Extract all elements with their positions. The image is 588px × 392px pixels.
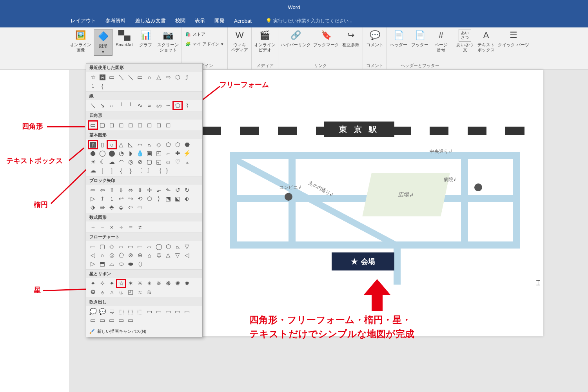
chevron-down-icon: ▾ — [102, 49, 104, 54]
shapes-icon: 🔷 — [97, 30, 109, 43]
tab-acrobat[interactable]: Acrobat — [234, 18, 252, 24]
aisatsu-icon: あいさつ — [459, 29, 471, 42]
pagenum-icon: # — [435, 29, 447, 42]
ribbon-group-media: 🎬オンライン ビデオ メディア — [252, 27, 278, 69]
shapes-button[interactable]: 🔷図形▾ — [94, 29, 113, 56]
chevron-down-icon: ▾ — [221, 42, 223, 47]
smartart-button[interactable]: ▀▄SmartArt — [115, 29, 134, 47]
screenshot-button[interactable]: 📷スクリーン ショット — [157, 29, 179, 53]
wikipedia-button[interactable]: Wウィキ ペディア — [230, 29, 249, 53]
header-button[interactable]: 📄ヘッダー — [389, 29, 408, 47]
quick-parts-button[interactable]: ☰クイック パーツ — [498, 29, 529, 47]
quickparts-icon: ☰ — [507, 29, 520, 42]
bookmark-button[interactable]: 🔖ブックマーク — [313, 29, 339, 47]
pagenum-button[interactable]: #ページ 番号 — [432, 29, 450, 53]
tab-review[interactable]: 校閲 — [175, 17, 185, 24]
my-addins-button[interactable]: 🧩マイ アドイン▾ — [184, 40, 225, 48]
bookmark-icon: 🔖 — [320, 29, 332, 42]
video-icon: 🎬 — [259, 29, 271, 42]
wikipedia-icon: W — [233, 29, 246, 42]
comment-button[interactable]: 💬コメント — [365, 29, 384, 47]
app-title: Word — [288, 4, 300, 10]
group-label-links: リンク — [281, 62, 360, 69]
crossref-button[interactable]: ↪相互参照 — [341, 29, 360, 47]
ribbon-group-wiki: Wウィキ ペディア — [228, 27, 252, 69]
header-icon: 📄 — [392, 29, 405, 42]
chart-icon: 📊 — [139, 29, 152, 42]
aisatsu-button[interactable]: あいさつあいさつ 文 — [456, 29, 474, 53]
ribbon-tabs: レイアウト 参考資料 差し込み文書 校閲 表示 開発 Acrobat 💡実行した… — [0, 14, 588, 27]
footer-button[interactable]: 📄フッター — [410, 29, 429, 47]
ribbon-group-headerfooter: 📄ヘッダー 📄フッター #ページ 番号 ヘッダーとフッター — [387, 27, 453, 69]
tab-layout[interactable]: レイアウト — [71, 17, 96, 24]
addin-icon: 🧩 — [185, 42, 191, 47]
hyperlink-button[interactable]: 🔗ハイパーリンク — [281, 29, 311, 47]
image-icon: 🖼️ — [74, 29, 87, 42]
online-video-button[interactable]: 🎬オンライン ビデオ — [254, 29, 276, 53]
group-label-headerfooter: ヘッダーとフッター — [389, 62, 450, 69]
group-label-media: メディア — [254, 62, 276, 69]
footer-icon: 📄 — [414, 29, 426, 42]
comment-icon: 💬 — [368, 29, 381, 42]
textbox-icon: A — [480, 29, 492, 42]
shapes-dropdown-panel[interactable]: 最近使用した図形 ☆🅰▭＼＼▭○△⇨⬡⤴ ⤵{ 線 ＼↘↔└┘∿≈ᔕ∽⬠⌇ 四角… — [86, 63, 203, 70]
crossref-icon: ↪ — [345, 29, 357, 42]
group-label-comment: コメント — [365, 62, 384, 69]
online-image-button[interactable]: 🖼️オンライン 画像 — [70, 29, 91, 53]
ribbon-group-links: 🔗ハイパーリンク 🔖ブックマーク ↪相互参照 リンク — [278, 27, 363, 69]
smartart-icon: ▀▄ — [118, 29, 131, 42]
tell-me-search[interactable]: 💡実行したい作業を入力してください... — [266, 18, 352, 24]
link-icon: 🔗 — [290, 29, 302, 42]
screenshot-icon: 📷 — [162, 29, 174, 42]
bulb-icon: 💡 — [266, 18, 272, 24]
title-bar: Word — [0, 0, 588, 14]
chart-button[interactable]: 📊グラフ — [136, 29, 155, 47]
tab-references[interactable]: 参考資料 — [105, 17, 126, 24]
ribbon-group-comment: 💬コメント コメント — [363, 27, 387, 69]
ribbon-group-text: あいさつあいさつ 文 Aテキスト ボックス ☰クイック パーツ — [453, 27, 532, 69]
store-button[interactable]: 🛍️ストア — [184, 31, 225, 38]
textbox-button[interactable]: Aテキスト ボックス — [477, 29, 495, 53]
tab-mailmerge[interactable]: 差し込み文書 — [135, 17, 166, 24]
store-icon: 🛍️ — [185, 32, 191, 37]
cat-recent: 最近使用した図形 — [86, 64, 202, 70]
tab-developer[interactable]: 開発 — [214, 17, 225, 24]
tab-view[interactable]: 表示 — [195, 17, 205, 24]
